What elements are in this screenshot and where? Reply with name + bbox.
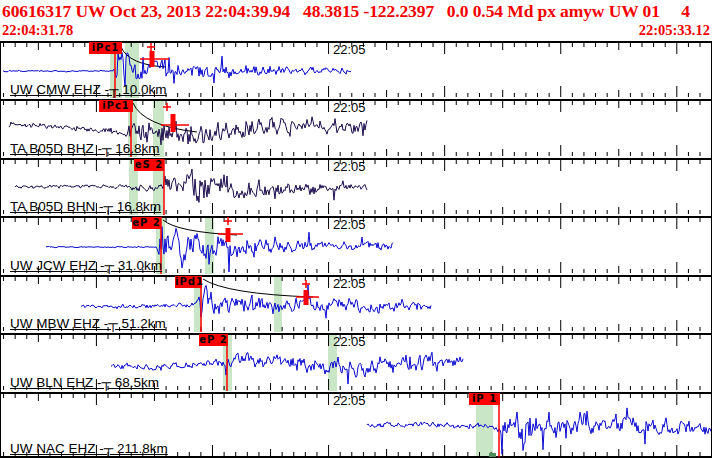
seismogram-trace[interactable] — [367, 408, 711, 454]
window-start-time: 22:04:31.78 — [2, 22, 73, 38]
coda-duration-marker[interactable] — [161, 103, 189, 132]
pick-window-marker — [489, 453, 496, 457]
time-tick-label: 22:05 — [333, 335, 366, 348]
trace-panel[interactable]: iPc122:05TA B05D BHZ -┬ 16.8km — [1, 99, 711, 158]
phase-pick-label[interactable]: iP 1 — [469, 393, 500, 405]
time-tick-label: 22:05 — [333, 394, 366, 407]
phase-pick-label[interactable]: eP 2 — [199, 334, 228, 346]
time-range-row: 22:05:33.12 22:04:31.78 — [2, 22, 710, 40]
time-tick-label: 22:05 — [333, 160, 366, 173]
window-end-time: 22:05:33.12 — [639, 22, 710, 38]
coda-duration-marker[interactable] — [218, 217, 243, 242]
seismogram-trace[interactable] — [15, 169, 367, 202]
phase-pick-label[interactable]: iPc1 — [89, 42, 122, 54]
station-label[interactable]: UW CMW EHZ -┬ 10.0km — [10, 83, 167, 97]
trace-panel[interactable]: iP 122:05UW NAC EHZ -┬ 211.8km — [1, 392, 711, 458]
station-label[interactable]: UW BLN EHZ -┬ 68.5km — [10, 376, 159, 390]
trace-panel[interactable]: eS 222:05TA B05D BHN -┬ 16.8km — [1, 158, 711, 216]
time-tick-label: 22:05 — [333, 218, 366, 231]
trace-panel[interactable]: eP 222:05UW JCW EHZ -┬ 31.0km — [1, 216, 711, 275]
station-label[interactable]: UW MBW EHZ -┬ 51.2km — [10, 317, 166, 331]
phase-pick-label[interactable]: iPd1 — [175, 276, 202, 288]
seismogram-trace[interactable] — [111, 352, 463, 384]
station-label[interactable]: UW NAC EHZ -┬ 211.8km — [10, 442, 168, 456]
station-label[interactable]: TA B05D BHN -┬ 16.8km — [10, 200, 161, 214]
trace-panel[interactable]: iPd122:05UW MBW EHZ -┬ 51.2km — [1, 275, 711, 333]
station-label[interactable]: TA B05D BHZ -┬ 16.8km — [10, 142, 160, 156]
trace-panel[interactable]: eP 222:05UW BLN EHZ -┬ 68.5km — [1, 333, 711, 392]
phase-pick-label[interactable]: eP 2 — [132, 217, 161, 229]
time-tick-label: 22:05 — [333, 101, 366, 114]
phase-pick-label[interactable]: iPc1 — [99, 100, 133, 112]
seismogram-trace[interactable] — [81, 285, 431, 318]
coda-decay-curve — [203, 279, 313, 297]
seismogram-viewer: 60616317 UW Oct 23, 2013 22:04:39.94 48.… — [0, 0, 712, 458]
trace-panels: iPc122:05UW CMW EHZ -┬ 10.0kmiPc122:05TA… — [0, 41, 712, 458]
phase-pick-label[interactable]: eS 2 — [134, 159, 164, 171]
event-header: 60616317 UW Oct 23, 2013 22:04:39.94 48.… — [2, 0, 710, 22]
coda-duration-marker[interactable] — [296, 280, 319, 305]
station-label[interactable]: UW JCW EHZ -┬ 31.0km — [10, 259, 162, 273]
time-tick-label: 22:05 — [333, 43, 366, 56]
time-tick-label: 22:05 — [333, 277, 366, 290]
trace-panel[interactable]: iPc122:05UW CMW EHZ -┬ 10.0km — [1, 41, 711, 99]
